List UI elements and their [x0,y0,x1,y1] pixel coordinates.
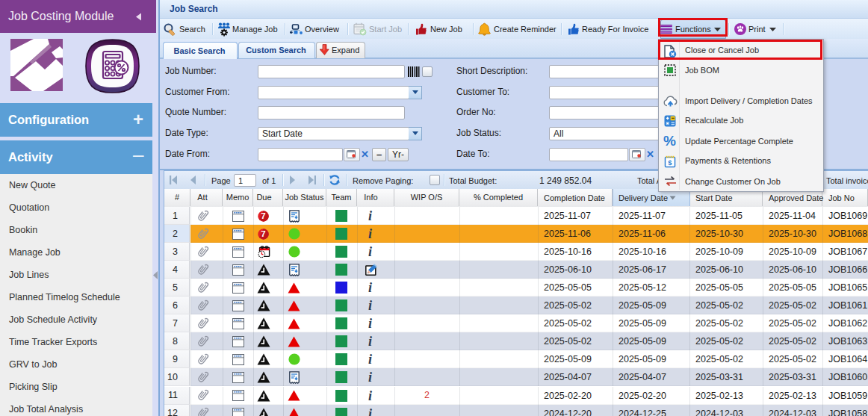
svg-text:$: $ [668,158,672,166]
svg-text:7: 7 [261,211,265,220]
svg-text:7: 7 [261,229,265,238]
